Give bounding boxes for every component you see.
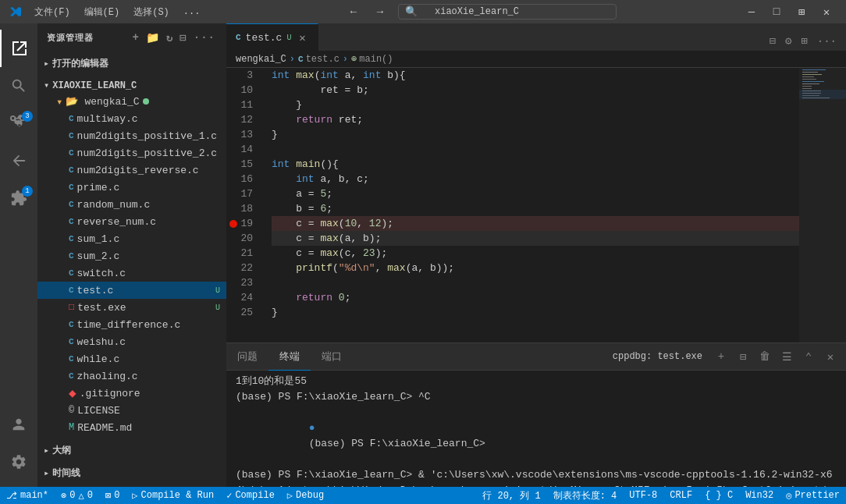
split-terminal-icon[interactable]: ⊟ <box>734 347 752 366</box>
menu-more[interactable]: ... <box>177 5 207 19</box>
account-icon[interactable] <box>0 406 37 443</box>
terminal-more-icon[interactable]: ☰ <box>777 347 796 366</box>
menu-edit[interactable]: 编辑(E) <box>78 4 126 20</box>
debug-activity-icon[interactable] <box>0 142 37 179</box>
code-line-18: b = 6; <box>272 201 799 216</box>
outline-section: ▸ 大纲 <box>37 439 226 462</box>
list-item[interactable]: ◆ .gitignore <box>37 385 226 402</box>
collapse-icon[interactable]: ⊟ <box>178 30 188 46</box>
panel-tab-problems[interactable]: 问题 <box>226 343 268 371</box>
active-file-item[interactable]: C test.c U <box>37 282 226 299</box>
list-item[interactable]: C while.c <box>37 350 226 367</box>
list-item[interactable]: C time_difference.c <box>37 316 226 333</box>
tab-close-button[interactable]: ✕ <box>296 31 308 44</box>
timeline-header[interactable]: ▸ 时间线 <box>37 465 226 481</box>
terminal-content[interactable]: 1到10的和是55 (base) PS F:\xiaoXie_learn_C> … <box>226 371 846 487</box>
new-file-icon[interactable]: + <box>131 30 141 46</box>
svg-rect-4 <box>802 74 822 75</box>
list-item[interactable]: C prime.c <box>37 179 226 196</box>
svg-rect-15 <box>799 90 846 99</box>
svg-rect-6 <box>802 79 816 80</box>
explorer-activity-icon[interactable] <box>0 30 37 67</box>
settings-icon[interactable] <box>0 443 37 481</box>
warning-icon: △ <box>78 490 84 502</box>
list-item[interactable]: © LICENSE <box>37 402 226 419</box>
more-editor-icon[interactable]: ⚙ <box>782 31 794 51</box>
list-item[interactable]: M README.md <box>37 419 226 436</box>
extensions-activity-icon[interactable]: 1 <box>0 179 37 217</box>
status-cursor[interactable]: 行 20, 列 1 <box>476 487 546 504</box>
code-editor[interactable]: int max(int a, int b){ ret = b; } return… <box>265 68 799 343</box>
list-item[interactable]: C sum_1.c <box>37 230 226 247</box>
list-item[interactable]: □ test.exe U <box>37 299 226 316</box>
git-branch-icon: ⎇ <box>6 490 17 502</box>
layout-icon[interactable]: ⊞ <box>798 31 810 51</box>
list-item[interactable]: C switch.c <box>37 264 226 282</box>
status-platform[interactable]: Win32 <box>739 487 780 504</box>
search-bar[interactable]: 🔍 xiaoXie_learn_C <box>398 4 617 20</box>
open-editors-header[interactable]: ▸ 打开的编辑器 <box>37 55 226 72</box>
nav-back[interactable]: ← <box>342 0 365 23</box>
list-item[interactable]: C zhaoling.c <box>37 367 226 385</box>
search-activity-icon[interactable] <box>0 67 37 105</box>
refresh-icon[interactable]: ↻ <box>165 30 175 46</box>
status-info[interactable]: ⊠ 0 <box>99 487 126 504</box>
file-badge-u: U <box>215 286 220 295</box>
more-actions-icon[interactable]: ··· <box>192 30 217 46</box>
outline-header[interactable]: ▸ 大纲 <box>37 442 226 459</box>
status-eol[interactable]: CRLF <box>663 487 698 504</box>
sidebar-content: ▸ 打开的编辑器 ▾ XIAOXIE_LEARN_C ▾ 📂 wengkai_C <box>37 52 226 487</box>
status-compile[interactable]: ✓ Compile <box>220 487 281 504</box>
status-indent[interactable]: 制表符长度: 4 <box>547 487 624 504</box>
close-button[interactable]: ✕ <box>815 0 838 23</box>
editor-more-icon[interactable]: ··· <box>814 32 840 51</box>
extensions-badge: 1 <box>22 186 33 197</box>
list-item[interactable]: C sum_2.c <box>37 247 226 264</box>
panel-tab-ports[interactable]: 端口 <box>311 343 353 371</box>
status-debug[interactable]: ▷ Debug <box>281 487 330 504</box>
project-header[interactable]: ▾ XIAOXIE_LEARN_C <box>37 78 226 93</box>
app-layout: 3 1 资源管理器 + 📁 ↻ ⊟ ··· <box>0 23 846 487</box>
panel-tab-terminal[interactable]: 终端 <box>268 343 311 371</box>
new-folder-icon[interactable]: 📁 <box>144 30 162 46</box>
menu-file[interactable]: 文件(F) <box>28 4 76 20</box>
list-item[interactable]: C reverse_num.c <box>37 213 226 230</box>
c-file-icon: C <box>69 268 74 278</box>
layout-button[interactable]: ⊞ <box>790 0 813 23</box>
status-formatter[interactable]: ◎ Prettier <box>780 487 846 504</box>
status-errors[interactable]: ⊗ 0 △ 0 <box>55 487 99 504</box>
split-editor-icon[interactable]: ⊟ <box>766 31 778 51</box>
code-line-10: ret = b; <box>272 83 799 98</box>
folder-wengkai[interactable]: ▾ 📂 wengkai_C <box>37 93 226 110</box>
list-item[interactable]: C weishu.c <box>37 333 226 350</box>
breadcrumb-item-1[interactable]: wengkai_C <box>236 54 286 65</box>
status-branch[interactable]: ⎇ main* <box>0 487 55 504</box>
status-run[interactable]: ▷ Compile & Run <box>126 487 220 504</box>
list-item[interactable]: C random_num.c <box>37 196 226 213</box>
list-item[interactable]: C num2digits_reverse.c <box>37 161 226 179</box>
list-item[interactable]: C num2digits_positive_1.c <box>37 127 226 144</box>
line-num-17: 17 <box>226 186 259 201</box>
maximize-panel-icon[interactable]: ⌃ <box>799 347 818 366</box>
status-language[interactable]: { } C <box>698 487 739 504</box>
status-encoding[interactable]: UTF-8 <box>623 487 663 504</box>
nav-forward[interactable]: → <box>368 0 392 23</box>
terminal-line-2: (base) PS F:\xiaoXie_learn_C> ^C <box>236 389 837 405</box>
info-icon: ⊠ <box>105 490 111 502</box>
tab-test-c[interactable]: C test.c U ✕ <box>226 23 318 51</box>
c-file-icon: C <box>69 354 74 364</box>
close-panel-icon[interactable]: ✕ <box>821 347 840 366</box>
maximize-button[interactable]: □ <box>765 0 788 23</box>
list-item[interactable]: C multiway.c <box>37 110 226 127</box>
project-section: ▾ XIAOXIE_LEARN_C ▾ 📂 wengkai_C C multiw… <box>37 75 226 439</box>
breadcrumb-item-2[interactable]: C test.c <box>298 54 339 65</box>
line-num-14: 14 <box>226 142 259 157</box>
breadcrumb-item-3[interactable]: ⊕ main() <box>351 53 393 65</box>
list-item[interactable]: C num2digits_positive_2.c <box>37 144 226 161</box>
line-num-21: 21 <box>226 246 259 261</box>
trash-icon[interactable]: 🗑 <box>755 347 774 366</box>
add-terminal-icon[interactable]: + <box>712 347 730 366</box>
menu-select[interactable]: 选择(S) <box>127 4 176 20</box>
source-control-activity-icon[interactable]: 3 <box>0 105 37 142</box>
minimize-button[interactable]: — <box>740 0 763 23</box>
